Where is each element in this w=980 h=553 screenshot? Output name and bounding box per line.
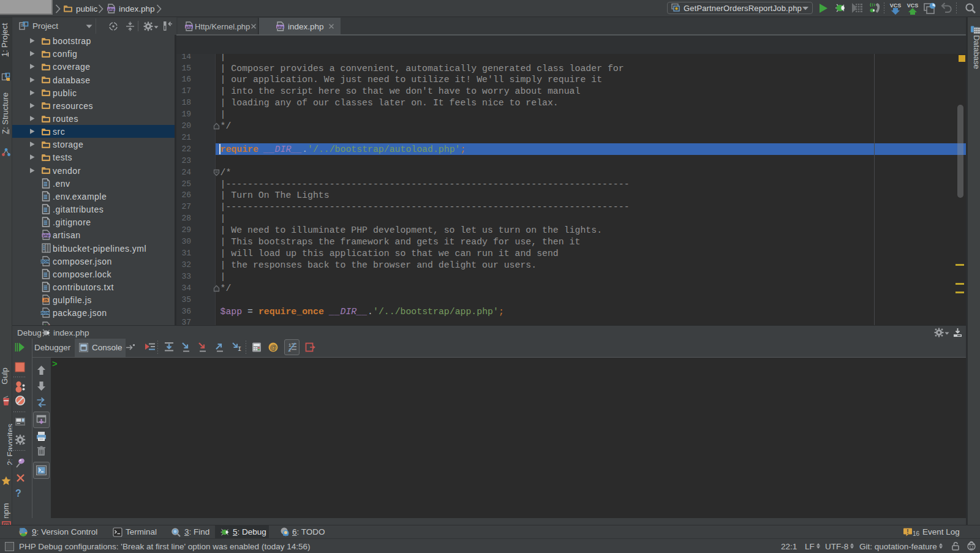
svg-text:VCS: VCS (907, 2, 919, 9)
svg-text:JSON: JSON (40, 311, 50, 315)
svg-text:JS: JS (43, 298, 48, 302)
svg-text:php: php (277, 25, 284, 29)
svg-text:!: ! (907, 529, 908, 535)
svg-text:php: php (186, 25, 192, 29)
svg-text:JSON: JSON (40, 259, 50, 263)
svg-text:I: I (238, 345, 242, 353)
svg-text:@: @ (270, 344, 277, 351)
svg-text:1: 1 (288, 343, 291, 348)
svg-text:VCS: VCS (890, 2, 902, 9)
svg-text:php: php (43, 234, 50, 238)
svg-text:php: php (108, 7, 115, 11)
